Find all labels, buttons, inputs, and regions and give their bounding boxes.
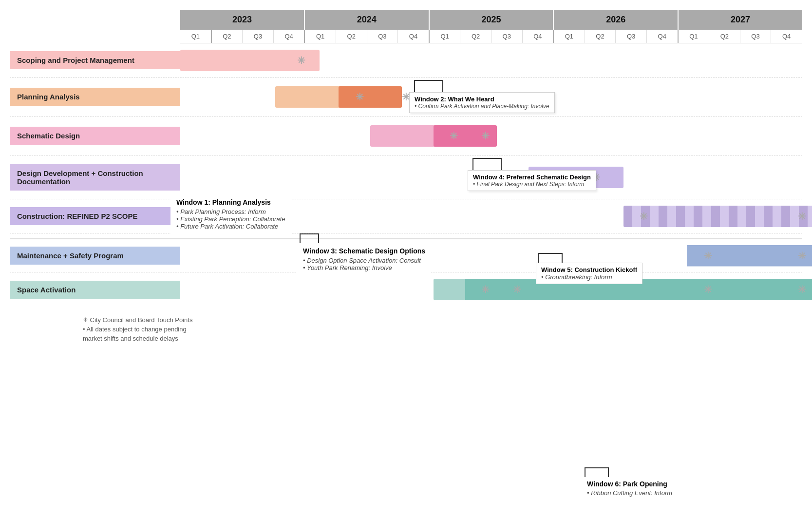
marker-planning-1: ✳ <box>356 91 364 103</box>
year-2026: 2026 <box>554 10 679 30</box>
marker-construction-2: ✳ <box>798 211 806 222</box>
track-scoping: ✳ <box>180 46 802 75</box>
label-construction: Construction: REFINED P2 SCOPE <box>10 207 180 225</box>
window5-item1: • Groundbreaking: Inform <box>541 273 637 281</box>
window3-item2: • Youth Park Renaming: Involve <box>303 264 425 271</box>
q-2023-3: Q3 <box>243 30 274 43</box>
window1-item3: • Future Park Activation: Collaborate <box>176 223 285 230</box>
window6-item1: • Ribbon Cutting Event: Inform <box>587 489 672 497</box>
callout-window1: Window 1: Planning Analysis • Park Plann… <box>170 194 291 234</box>
window1-title: Window 1: Planning Analysis <box>176 198 285 206</box>
window2-title: Window 2: What We Heard <box>415 96 549 103</box>
window4-title: Window 4: Preferred Schematic Design <box>473 173 591 181</box>
callout-window2: Window 2: What We Heard • Confirm Park A… <box>409 80 555 113</box>
marker-scoping: ✳ <box>297 55 305 66</box>
q-2024-3: Q3 <box>367 30 398 43</box>
label-schematic: Schematic Design <box>10 127 180 145</box>
footer-note2: • All dates subject to change pending <box>83 326 802 333</box>
bar-space-early <box>434 279 465 300</box>
q-2025-1: Q1 <box>430 30 461 43</box>
row-design-dev: Design Development + Construction Docume… <box>10 155 802 199</box>
quarter-header-row: Q1 Q2 Q3 Q4 Q1 Q2 Q3 Q4 Q1 Q2 Q3 Q4 Q1 Q… <box>180 30 802 43</box>
marker-maintenance-2: ✳ <box>798 250 806 262</box>
q-2025-3: Q3 <box>491 30 523 43</box>
footer-note3: market shifts and schedule delays <box>83 335 802 342</box>
window6-title: Window 6: Park Opening <box>587 480 672 488</box>
window5-title: Window 5: Construction Kickoff <box>541 266 637 273</box>
q-2026-4: Q4 <box>647 30 679 43</box>
callout-window6: Window 6: Park Opening • Ribbon Cutting … <box>582 467 677 500</box>
window4-item1: • Final Park Design and Next Steps: Info… <box>473 181 591 188</box>
callout-window4: Window 4: Preferred Schematic Design • F… <box>468 158 596 191</box>
row-space: Space Activation ✳ ✳ ✳ ✳ <box>10 272 802 307</box>
q-2023-4: Q4 <box>274 30 305 43</box>
marker-schematic-1: ✳ <box>450 130 458 142</box>
marker-construction-1: ✳ <box>640 211 648 222</box>
q-2027-2: Q2 <box>709 30 740 43</box>
year-2025: 2025 <box>430 10 554 30</box>
window1-item2: • Existing Park Perception: Collaborate <box>176 215 285 223</box>
marker-space-1: ✳ <box>481 284 490 295</box>
marker-maintenance-1: ✳ <box>704 250 712 262</box>
q-2023-1: Q1 <box>180 30 212 43</box>
q-2026-2: Q2 <box>585 30 616 43</box>
row-scoping: Scoping and Project Management ✳ <box>10 43 802 77</box>
q-2024-2: Q2 <box>336 30 367 43</box>
q-2024-4: Q4 <box>398 30 430 43</box>
marker-space-3: ✳ <box>704 284 712 295</box>
q-2026-3: Q3 <box>616 30 647 43</box>
marker-schematic-2: ✳ <box>481 130 490 142</box>
marker-space-2: ✳ <box>513 284 521 295</box>
year-2027: 2027 <box>679 10 802 30</box>
bar-construction <box>623 206 812 227</box>
row-planning: Planning Analysis ✳ ✳ <box>10 77 802 116</box>
q-2026-1: Q1 <box>554 30 585 43</box>
callout-window5: Window 5: Construction Kickoff • Groundb… <box>536 253 642 284</box>
q-2027-4: Q4 <box>771 30 802 43</box>
label-planning: Planning Analysis <box>10 88 180 106</box>
window2-item1: • Confirm Park Activation and Place-Maki… <box>415 103 549 110</box>
label-design-dev: Design Development + Construction Docume… <box>10 164 180 191</box>
row-schematic: Schematic Design ✳ ✳ <box>10 116 802 155</box>
q-2025-4: Q4 <box>523 30 554 43</box>
window3-title: Window 3: Schematic Design Options <box>303 247 425 255</box>
label-space: Space Activation <box>10 281 180 299</box>
label-maintenance: Maintenance + Safety Program <box>10 247 180 265</box>
year-2024: 2024 <box>305 10 430 30</box>
q-2027-3: Q3 <box>740 30 772 43</box>
year-header-row: 2023 2024 2025 2026 2027 <box>180 10 802 30</box>
track-schematic: ✳ ✳ <box>180 121 802 151</box>
q-2023-2: Q2 <box>212 30 243 43</box>
bar-planning-dark <box>339 86 402 108</box>
track-space: ✳ ✳ ✳ ✳ <box>180 275 802 304</box>
year-2023: 2023 <box>180 10 305 30</box>
marker-space-4: ✳ <box>798 284 806 295</box>
q-2027-1: Q1 <box>679 30 710 43</box>
label-scoping: Scoping and Project Management <box>10 51 180 69</box>
footer-notes: ✳ City Council and Board Touch Points • … <box>83 316 802 342</box>
q-2025-2: Q2 <box>460 30 491 43</box>
callout-window3: Window 3: Schematic Design Options • Des… <box>297 233 431 275</box>
window3-item1: • Design Option Space Activation: Consul… <box>303 257 425 264</box>
row-construction: Construction: REFINED P2 SCOPE ✳ ✳ <box>10 199 802 233</box>
q-2024-1: Q1 <box>305 30 336 43</box>
footer-note1: ✳ City Council and Board Touch Points <box>83 316 802 324</box>
track-maintenance: ✳ ✳ <box>180 241 802 270</box>
window1-item1: • Park Planning Process: Inform <box>176 208 285 215</box>
